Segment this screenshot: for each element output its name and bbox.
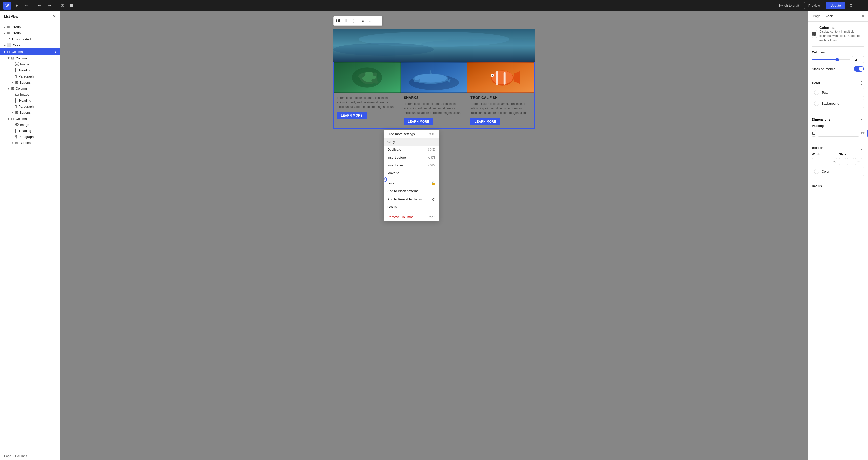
cm-copy[interactable]: Copy [384, 138, 439, 146]
hero-image-inner [333, 29, 535, 62]
svg-point-15 [373, 72, 377, 76]
cm-remove-columns[interactable]: Remove Columns ^⌥Z [384, 213, 439, 221]
cm-add-reusable[interactable]: Add to Reusable blocks ◇ [384, 195, 439, 203]
divider-2 [812, 76, 864, 76]
preview-button[interactable]: Preview [804, 2, 824, 9]
width-button[interactable]: ↔ [367, 18, 374, 24]
sidebar-item-col1-heading[interactable]: ▶ ▌ Heading [0, 67, 60, 73]
sidebar-item-col1-image[interactable]: ▶ 🖼 Image [0, 61, 60, 67]
sidebar-item-column3[interactable]: ▶ ⊟ Column [0, 116, 60, 122]
sidebar-item-col2-buttons[interactable]: ▶ ⊞ Buttons [0, 110, 60, 116]
cm-move-to[interactable]: Move to [384, 169, 439, 177]
cm-insert-after[interactable]: Insert after ⌥⌘Y [384, 161, 439, 169]
cm-group[interactable]: Group [384, 203, 439, 211]
border-style-dashed[interactable]: - - [847, 158, 854, 165]
sidebar-item-col3-heading[interactable]: ▶ ▌ Heading [0, 128, 60, 134]
sidebar-close-button[interactable]: ✕ [52, 14, 56, 19]
sidebar-item-label: Heading [19, 68, 58, 72]
right-panel-tabs: Page Block ✕ [808, 11, 868, 22]
sidebar-item-col3-buttons[interactable]: ▶ ⊞ Buttons [0, 140, 60, 146]
sidebar-item-group1[interactable]: ▶ ⊞ Group [0, 24, 60, 30]
tab-block[interactable]: Block [823, 11, 835, 21]
sidebar-item-cover[interactable]: ▶ ⬜ Cover [0, 42, 60, 48]
columns-wrapper: Lorem ipsum dolor sit amet, consectetur … [333, 62, 535, 129]
sidebar-item-col3-image[interactable]: ▶ 🖼 Image [0, 122, 60, 128]
paragraph-icon: ¶ [15, 104, 17, 109]
sidebar-item-col2-paragraph[interactable]: ▶ ¶ Paragraph [0, 103, 60, 110]
options-button[interactable]: ⋮ [857, 1, 865, 9]
cm-hide-settings[interactable]: Hide more settings ⇧⌘, [384, 130, 439, 138]
details-button[interactable]: ⓘ [58, 1, 66, 9]
heading-icon: ▌ [15, 98, 18, 102]
align-button[interactable]: ≡ [359, 18, 366, 24]
breadcrumb-columns[interactable]: Columns [15, 455, 27, 458]
image-icon: 🖼 [15, 123, 19, 127]
cm-shortcut: ⌥⌘T [427, 156, 435, 159]
padding-box-icon[interactable] [812, 130, 816, 136]
sidebar-item-label: Heading [19, 129, 58, 133]
svg-rect-35 [815, 32, 816, 36]
cm-insert-before[interactable]: Insert before ⌥⌘T [384, 153, 439, 161]
dimensions-title: Dimensions [812, 118, 831, 121]
sidebar-item-col2-image[interactable]: ▶ 🖼 Image [0, 91, 60, 97]
undo-button[interactable]: ↩ [35, 1, 43, 9]
sidebar-item-col1-paragraph[interactable]: ▶ ¶ Paragraph [0, 73, 60, 79]
sidebar-item-group2[interactable]: ▶ ⊞ Group [0, 30, 60, 36]
update-button[interactable]: Update [826, 2, 845, 9]
sidebar-item-label: Buttons [20, 81, 58, 84]
sidebar-item-label: Group [11, 25, 58, 29]
border-color-option[interactable]: Color [812, 166, 864, 176]
columns-more-button[interactable]: ⋮ [46, 49, 52, 54]
sidebar-item-label: Group [11, 31, 58, 35]
padding-input[interactable] [818, 130, 859, 136]
cm-duplicate[interactable]: Duplicate ⇧⌘D [384, 146, 439, 153]
col2-text: "Lorem ipsum dolor sit amet, consectetur… [404, 102, 464, 115]
add-block-button[interactable]: + [12, 1, 21, 9]
sidebar-item-col3-paragraph[interactable]: ▶ ¶ Paragraph [0, 134, 60, 140]
sidebar-item-col1-buttons[interactable]: ▶ ⊞ Buttons [0, 79, 60, 85]
columns-input[interactable] [852, 56, 864, 63]
column-2: SHARKS "Lorem ipsum dolor sit amet, cons… [401, 62, 468, 128]
right-panel-close-button[interactable]: ✕ [861, 13, 865, 19]
switch-to-draft-button[interactable]: Switch to draft [775, 2, 802, 9]
border-more-button[interactable]: ⋮ [860, 145, 864, 151]
badge-1: 1 [53, 49, 58, 54]
slider-thumb[interactable] [835, 58, 839, 61]
cm-lock[interactable]: Lock 🔒 2 [384, 179, 439, 187]
list-view-button[interactable] [68, 1, 76, 9]
color-background-option[interactable]: Background [812, 99, 864, 108]
stack-on-mobile-toggle[interactable] [854, 66, 864, 72]
tab-page[interactable]: Page [811, 11, 823, 21]
col2-learn-more-button[interactable]: LEARN MORE [404, 118, 434, 125]
sidebar-item-columns[interactable]: ▶ ⊟ Columns ⋮ 1 [0, 48, 60, 55]
sidebar-item-column2[interactable]: ▶ ⊟ Column [0, 85, 60, 91]
sidebar-item-column1[interactable]: ▶ ⊟ Column [0, 55, 60, 61]
cm-label: Duplicate [388, 148, 401, 152]
block-info-header: Columns Display content in multiple colu… [812, 26, 864, 42]
settings-button[interactable]: ⚙ [847, 1, 855, 9]
cm-add-block-patterns[interactable]: Add to Block patterns [384, 187, 439, 195]
col2-content: SHARKS "Lorem ipsum dolor sit amet, cons… [401, 93, 467, 128]
chevron-icon: ▶ [10, 81, 15, 84]
color-more-button[interactable]: ⋮ [860, 80, 864, 86]
sidebar-item-unsupported[interactable]: ▶ 🗋 Unsupported [0, 36, 60, 42]
col3-learn-more-button[interactable]: LEARN MORE [470, 118, 500, 125]
breadcrumb-page[interactable]: Page [4, 455, 11, 458]
columns-toolbar-icon[interactable] [335, 18, 342, 24]
padding-link-button[interactable]: ∞ [867, 130, 868, 136]
border-style-dotted[interactable]: ··· [855, 158, 862, 165]
breadcrumb-separator: › [12, 455, 13, 458]
col1-learn-more-button[interactable]: LEARN MORE [337, 112, 367, 119]
column-3: TROPICAL FISH "Lorem ipsum dolor sit ame… [467, 62, 534, 128]
redo-button[interactable]: ↪ [45, 1, 53, 9]
wordpress-logo[interactable]: W [3, 1, 11, 9]
border-style-solid[interactable]: — [839, 158, 846, 165]
sidebar-item-col2-heading[interactable]: ▶ ▌ Heading [0, 97, 60, 103]
drag-button[interactable]: ⠿ [342, 18, 349, 24]
color-text-option[interactable]: Text [812, 88, 864, 97]
move-up-button[interactable]: ▲▼ [350, 18, 357, 24]
columns-slider-track[interactable] [812, 59, 850, 60]
dimensions-more-button[interactable]: ⋮ [860, 117, 864, 122]
edit-button[interactable]: ✏ [22, 1, 30, 9]
more-options-button[interactable]: ⋮ [374, 18, 381, 24]
